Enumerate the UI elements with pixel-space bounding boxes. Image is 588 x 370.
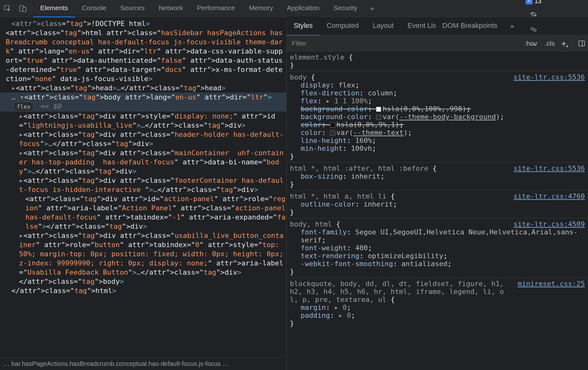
- dom-body-close[interactable]: </attr">class="tag">body>: [0, 277, 286, 286]
- color-swatch[interactable]: [376, 107, 381, 112]
- rule-selector: element.style: [290, 53, 348, 61]
- svg-point-3: [531, 27, 533, 29]
- rule-source-link[interactable]: site-ltr.css:4509: [514, 220, 585, 228]
- main-tabs: Elements Console Sources Network Perform…: [33, 0, 364, 17]
- declaration[interactable]: flex: ▸ 1 1 100%;: [290, 97, 585, 105]
- color-swatch[interactable]: [330, 123, 335, 128]
- tab-memory[interactable]: Memory: [242, 0, 280, 17]
- declaration[interactable]: background-color: hsla(0,0%,100%,.998);: [290, 105, 585, 113]
- rule-selector: html *, html :after, html :before: [290, 164, 432, 172]
- declaration[interactable]: -webkit-font-smoothing: antialiased;: [290, 260, 585, 268]
- declaration[interactable]: padding: ▸ 0;: [290, 311, 585, 319]
- breadcrumb[interactable]: … bar.hasPageActions.hasBreadcrumb.conce…: [0, 357, 286, 370]
- inspect-element-icon[interactable]: [1, 2, 14, 15]
- tab-console[interactable]: Console: [75, 0, 113, 17]
- message-icon: ≡: [526, 0, 533, 4]
- rule-selector: html *, html a, html li: [290, 192, 391, 200]
- elements-panel: <attr">class="tag">!DOCTYPE html><attr">…: [0, 17, 287, 370]
- messages-count: 13: [534, 0, 541, 5]
- declaration[interactable]: font-family: Segoe UI,SegoeUI,Helvetica …: [290, 228, 585, 244]
- more-tabs-chevron-icon[interactable]: »: [366, 2, 378, 15]
- dom-child[interactable]: ▸<attr">class="tag">div attr">style="dis…: [0, 112, 286, 130]
- declaration[interactable]: margin: ▸ 0;: [290, 303, 585, 311]
- activity-icon[interactable]: [527, 23, 540, 36]
- dom-tree[interactable]: <attr">class="tag">!DOCTYPE html><attr">…: [0, 17, 286, 357]
- declaration[interactable]: color: hsla(0,0%,9%,1);: [290, 121, 585, 129]
- device-mode-icon[interactable]: [16, 2, 29, 15]
- flex-pill[interactable]: flex: [13, 102, 34, 112]
- style-rule[interactable]: site-ltr.css:5536html *, html :after, ht…: [287, 162, 588, 190]
- style-rule[interactable]: site-ltr.css:5536body {display: flex;fle…: [287, 71, 588, 162]
- breadcrumb-ellipsis: …: [3, 360, 10, 367]
- tab-network[interactable]: Network: [152, 0, 190, 17]
- declaration[interactable]: outline-color: inherit;: [290, 200, 585, 208]
- svg-rect-2: [23, 7, 26, 12]
- rule-source-link[interactable]: site-ltr.css:5536: [514, 73, 585, 81]
- dom-html-close[interactable]: </attr">class="tag">html>: [0, 286, 286, 295]
- declaration[interactable]: min-height: 100vh;: [290, 144, 585, 152]
- declaration[interactable]: background-color: var(--theme-body-backg…: [290, 113, 585, 121]
- styles-panel: Styles Computed Layout Event Listeners D…: [287, 17, 588, 370]
- subtab-layout[interactable]: Layout: [366, 16, 400, 36]
- tab-application[interactable]: Application: [280, 0, 327, 17]
- dom-child[interactable]: ▸<attr">class="tag">div attr">class="usa…: [0, 231, 286, 277]
- tab-elements[interactable]: Elements: [33, 0, 75, 17]
- rule-selector: blockquote, body, dd, dl, dt, fieldset, …: [290, 280, 508, 303]
- settings-gear-icon[interactable]: [527, 8, 540, 21]
- declaration[interactable]: color: var(--theme-text);: [290, 129, 585, 137]
- dom-body-open[interactable]: … ▾<attr">class="tag">body attr">lang="e…: [0, 92, 286, 112]
- rule-selector: body: [290, 73, 311, 81]
- declaration[interactable]: flex-direction: column;: [290, 89, 585, 97]
- messages-badge[interactable]: ≡13: [524, 0, 543, 5]
- svg-point-4: [534, 29, 536, 31]
- style-rules[interactable]: element.style {}site-ltr.css:5536body {d…: [287, 51, 588, 370]
- dom-doctype[interactable]: <attr">class="tag">!DOCTYPE html>: [0, 19, 286, 28]
- declaration[interactable]: font-weight: 400;: [290, 244, 585, 252]
- subtab-event-listeners[interactable]: Event Listeners: [401, 16, 436, 36]
- rule-source-link[interactable]: site-ltr.css:4760: [514, 192, 585, 200]
- rule-source-link[interactable]: site-ltr.css:5536: [514, 164, 585, 172]
- color-swatch[interactable]: [376, 115, 381, 120]
- style-rule[interactable]: element.style {}: [287, 51, 588, 71]
- dom-child[interactable]: ▸<attr">class="tag">div attr">class="mai…: [0, 148, 286, 176]
- tab-sources[interactable]: Sources: [113, 0, 152, 17]
- subtab-styles[interactable]: Styles: [287, 16, 320, 36]
- color-swatch[interactable]: [330, 131, 335, 136]
- tab-security[interactable]: Security: [326, 0, 364, 17]
- declaration[interactable]: text-rendering: optimizeLegibility;: [290, 252, 585, 260]
- topbar-right: + More Tools ▲2 ≡13 ⋯: [482, 0, 585, 51]
- rule-selector: body, html: [290, 220, 336, 228]
- dom-head[interactable]: ▸<attr">class="tag">head>…</attr">class=…: [0, 83, 286, 92]
- breadcrumb-path: bar.hasPageActions.hasBreadcrumb.concept…: [11, 360, 229, 367]
- declaration[interactable]: display: flex;: [290, 81, 585, 89]
- declaration[interactable]: box-sizing: inherit;: [290, 172, 585, 180]
- devtools-topbar: Elements Console Sources Network Perform…: [0, 0, 588, 17]
- main-split: <attr">class="tag">!DOCTYPE html><attr">…: [0, 17, 588, 370]
- dom-html-open[interactable]: <attr">class="tag">html attr">class="has…: [0, 28, 286, 83]
- dom-child[interactable]: ▸<attr">class="tag">div attr">class="hea…: [0, 130, 286, 148]
- topbar-divider: [32, 4, 32, 13]
- style-rule[interactable]: minireset.css:25blockquote, body, dd, dl…: [287, 278, 588, 329]
- dom-child[interactable]: ▸<attr">class="tag">div attr">class="foo…: [0, 176, 286, 194]
- tab-performance[interactable]: Performance: [190, 0, 242, 17]
- rule-source-link[interactable]: minireset.css:25: [518, 280, 585, 288]
- style-rule[interactable]: site-ltr.css:4509body, html {font-family…: [287, 218, 588, 278]
- style-rule[interactable]: site-ltr.css:4760html *, html a, html li…: [287, 190, 588, 218]
- subtab-computed[interactable]: Computed: [320, 16, 366, 36]
- dom-child[interactable]: <attr">class="tag">div attr">id="action-…: [0, 194, 286, 231]
- declaration[interactable]: line-height: 160%;: [290, 137, 585, 144]
- more-menu-icon[interactable]: ⋯: [527, 38, 540, 51]
